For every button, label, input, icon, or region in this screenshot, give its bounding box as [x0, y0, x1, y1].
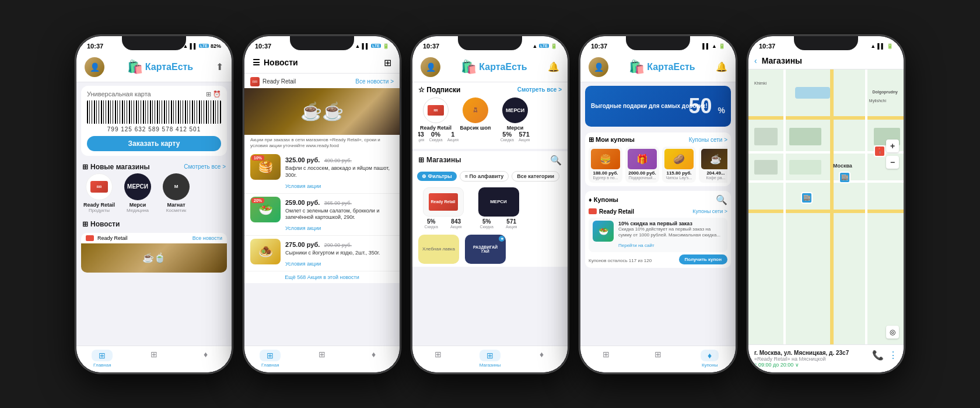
- shop-card-logo: МЕРСИ ★: [478, 187, 519, 217]
- deal-link[interactable]: Перейти на сайт: [618, 243, 654, 248]
- alphabet-button[interactable]: ≡ По алфавиту: [460, 171, 509, 182]
- store-hours[interactable]: с 09:00 до 20:00 ∨: [754, 362, 849, 368]
- app-logo: 🛍️ КартаЕсть: [127, 60, 193, 75]
- nav-stores[interactable]: ⊞: [128, 350, 180, 368]
- coupons-remaining: Купонов осталось 117 из 120: [589, 258, 652, 263]
- nav-coupons-3[interactable]: ♦: [516, 350, 568, 368]
- nav-coupons[interactable]: ♦: [180, 350, 232, 368]
- stat-number: 5%: [425, 218, 438, 225]
- all-news-link[interactable]: Все новости: [192, 235, 222, 241]
- new-shops-link[interactable]: Смотреть все >: [184, 163, 226, 170]
- building: [789, 160, 821, 175]
- view-all-coupons[interactable]: Купоны сети >: [689, 137, 727, 143]
- store-coupons-link[interactable]: Купоны сети >: [692, 208, 727, 214]
- status-time-4: 10:37: [591, 43, 607, 50]
- list-item[interactable]: RR Ready Retail Продукты: [82, 173, 116, 213]
- filter-button[interactable]: ⊕ Фильтры: [417, 172, 457, 181]
- call-button[interactable]: 📞: [872, 350, 884, 361]
- bell-icon[interactable]: 🔔: [548, 61, 559, 72]
- road-v2: [830, 69, 834, 344]
- list-item[interactable]: 🎁 2000.00 руб. Подарочный...: [625, 147, 659, 183]
- back-button[interactable]: ‹: [754, 56, 757, 65]
- search-coupons-icon[interactable]: 🔍: [716, 194, 727, 205]
- zoom-in-button[interactable]: +: [886, 140, 899, 152]
- list-item[interactable]: 🍔 188.00 руб. Бургер в по...: [589, 147, 622, 183]
- all-news-button[interactable]: Все новости >: [355, 78, 394, 85]
- list-item[interactable]: 🥔 115.80 руб. Чипсы Lay's...: [662, 147, 696, 183]
- news-item-2[interactable]: 🥗 20% 259.00 руб. 365.00 руб. Омлет с зе…: [244, 194, 400, 236]
- coupon-image: 🍔: [591, 149, 620, 169]
- nav-coupons-active[interactable]: ♦ Купоны: [684, 350, 736, 368]
- get-coupon-button[interactable]: Получить купон: [679, 254, 728, 264]
- coupons-row: 🍔 188.00 руб. Бургер в по... 🎁 2000.00 р…: [589, 147, 727, 183]
- news-item-info: 325.00 руб. 400.00 руб. Вафли с лососем,…: [285, 154, 394, 190]
- signal-icon: ▌▌: [877, 43, 885, 49]
- item-description: Омлет с зеленым салатом, брокколи и запе…: [285, 208, 394, 221]
- list-item[interactable]: Хлебная лавка: [418, 235, 459, 264]
- news-item-1[interactable]: 🥞 10% 325.00 руб. 400.00 руб. Вафли с ло…: [244, 151, 400, 193]
- nav-coupons-2[interactable]: ♦: [348, 350, 400, 368]
- coupon-store-name: Ready Retail: [589, 208, 634, 215]
- filter-icon: ⊕: [422, 173, 426, 179]
- list-item[interactable]: МЕРСИ Мерси Медицина: [121, 173, 155, 213]
- list-item[interactable]: Ready Retail 5% Скидка 843 Ак: [418, 187, 468, 229]
- search-icon[interactable]: 🔍: [550, 155, 562, 166]
- news-item-3[interactable]: 🧆 275.00 руб. 290.00 руб. Сырники с йогу…: [244, 236, 400, 271]
- location-icon: ▲: [355, 43, 360, 49]
- news-preview[interactable]: Ready Retail Все новости ☕🍵: [81, 233, 227, 273]
- phone-2: 10:37 ▲ ▌▌ LTE 🔋 ☰ Новости ⊞: [243, 35, 401, 374]
- user-avatar-4[interactable]: 👤: [589, 57, 608, 77]
- coupon-deal-card[interactable]: 🥗 10% скидка на первый заказ Скидка 10% …: [589, 218, 727, 252]
- order-card-button[interactable]: Заказать карту: [87, 136, 221, 151]
- list-item[interactable]: МЕРСИ ★ 5% Скидка 571: [474, 187, 523, 229]
- more-news-link[interactable]: Ещё 568 Акция в этой новости: [244, 271, 400, 283]
- list-item[interactable]: 🧸 Барсик шоп: [458, 97, 493, 142]
- subs-link[interactable]: Смотреть все >: [517, 86, 562, 93]
- star-icon: ☆: [418, 86, 425, 94]
- building: [789, 128, 821, 145]
- list-item[interactable]: М Магнат Косметик: [159, 173, 193, 213]
- item-price: 275.00 руб.: [285, 241, 320, 248]
- ready-sub-logo: RR: [423, 97, 449, 123]
- list-item[interactable]: РАЗДВИГАЙГАЙ ★: [465, 235, 506, 264]
- current-location-pin[interactable]: 📍: [874, 145, 886, 157]
- nav-stores-3[interactable]: ⊞ Магазины: [464, 350, 516, 368]
- notch-4: [626, 36, 690, 50]
- item-conditions[interactable]: Условия акции: [285, 261, 321, 267]
- item-conditions[interactable]: Условия акции: [285, 183, 321, 189]
- deal-description: Скидка 10% действует на первый заказ на …: [618, 226, 723, 239]
- user-avatar[interactable]: 👤: [85, 57, 104, 77]
- stat-number: 1: [447, 131, 459, 138]
- more-options-button[interactable]: ⋮: [888, 350, 898, 361]
- user-avatar-3[interactable]: 👤: [421, 57, 440, 77]
- list-item[interactable]: ☕ 204.49... Кофе рa...: [699, 147, 727, 183]
- my-location-button[interactable]: ◎: [886, 326, 899, 339]
- nav-home-3[interactable]: ⊞: [412, 350, 464, 368]
- shops-section: ⊞ Магазины 🔍 ⊕ Фильтры ≡: [412, 151, 568, 267]
- bell-icon-4[interactable]: 🔔: [716, 61, 727, 72]
- item-conditions[interactable]: Условия акции: [285, 225, 321, 231]
- signal-icon: ▌▌: [702, 43, 710, 49]
- list-item[interactable]: МЕРСИ Мерси 5% Скидка 571 Акци: [498, 97, 533, 142]
- store-map-pin[interactable]: 🏬: [839, 172, 850, 183]
- shop-name: Магнат: [159, 202, 193, 208]
- nav-stores-4[interactable]: ⊞: [632, 350, 684, 368]
- map-view[interactable]: Dolgoprudny Mytishchi Khimki 🏬 🏬 📍 Москв…: [748, 69, 904, 344]
- nav-home-4[interactable]: ⊞: [580, 350, 632, 368]
- zoom-out-button[interactable]: −: [886, 156, 899, 169]
- app-logo-3: 🛍️ КартаЕсть: [461, 60, 527, 75]
- nav-home[interactable]: ⊞ Главная: [76, 350, 128, 368]
- coupon-image: ☕: [701, 149, 727, 169]
- news-item-image-wrapper: 🥞 10%: [250, 154, 281, 180]
- list-item[interactable]: RR Ready Retail 843 Акция 0%: [418, 97, 453, 142]
- wifi-icon: ▲: [712, 43, 717, 49]
- bag-icon: 🛍️: [629, 60, 645, 75]
- nav-home-2[interactable]: ⊞ Главная: [244, 350, 296, 368]
- layout-icon[interactable]: ⊞: [384, 57, 391, 68]
- grid-icon: ⊞: [318, 350, 326, 359]
- shops-title: ⊞ Магазины: [418, 156, 461, 164]
- share-icon[interactable]: ⬆: [216, 61, 223, 72]
- store-map-pin-2[interactable]: 🏬: [801, 192, 813, 204]
- nav-grid-2[interactable]: ⊞: [296, 350, 348, 368]
- categories-button[interactable]: Все категории: [512, 171, 559, 182]
